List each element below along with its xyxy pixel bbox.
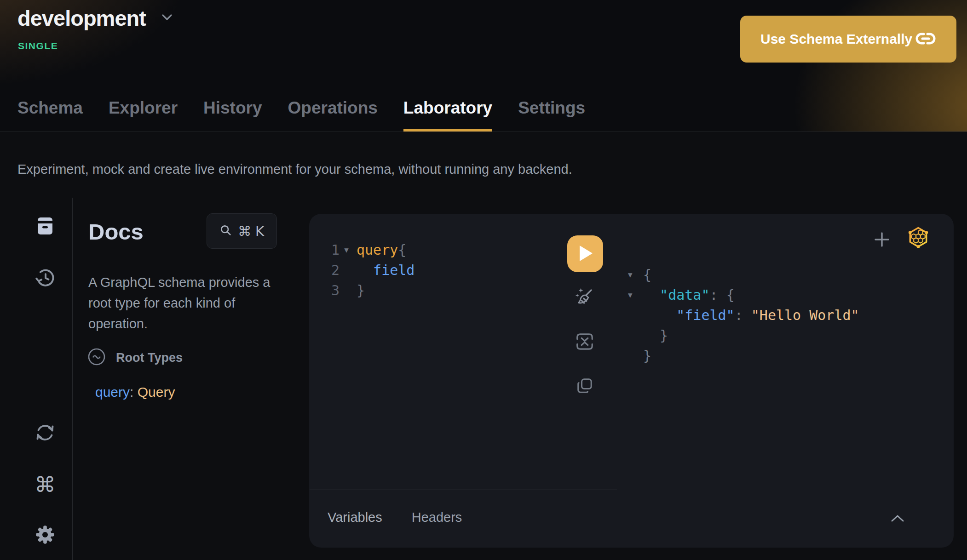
fold-arrow-icon[interactable]: ▾	[340, 245, 353, 255]
query-editor-line: 2 field	[319, 260, 414, 280]
merge-fragments-button[interactable]	[573, 331, 596, 354]
collapse-tools-button[interactable]	[887, 510, 908, 528]
response-viewer: ▾ { ▾ "data": { "field": "Hello World" }…	[628, 264, 859, 366]
tab-headers[interactable]: Headers	[412, 507, 462, 528]
json-value-hello-world: "Hello World"	[751, 307, 859, 323]
root-type-separator: :	[130, 384, 138, 400]
line-number: 3	[319, 282, 340, 298]
history-icon	[35, 268, 56, 290]
hive-logo-icon	[907, 226, 930, 250]
prettify-button[interactable]	[573, 286, 596, 309]
graphiql-panel: 1 ▾ query{ 2 field 3 }	[309, 214, 954, 548]
chevron-up-icon	[890, 514, 905, 525]
use-schema-externally-label: Use Schema Externally	[760, 31, 912, 47]
json-key-field: "field"	[643, 307, 735, 323]
root-field-name: query	[95, 384, 130, 400]
query-editor-line: 1 ▾ query{	[319, 240, 414, 260]
search-shortcut-label: ⌘ K	[238, 223, 264, 239]
search-icon	[219, 224, 232, 239]
merge-fragments-icon	[574, 331, 595, 354]
add-tab-button[interactable]	[871, 229, 892, 251]
fold-arrow-icon[interactable]: ▾	[628, 290, 639, 300]
tab-laboratory[interactable]: Laboratory	[403, 98, 492, 131]
refresh-icon	[35, 422, 56, 445]
line-number: 1	[319, 242, 340, 258]
response-line: }	[628, 345, 859, 366]
fold-arrow-icon[interactable]: ▾	[628, 269, 639, 280]
response-line: ▾ {	[628, 264, 859, 285]
field-token: field	[357, 262, 414, 278]
copy-icon	[575, 376, 595, 397]
root-types-label: Root Types	[116, 351, 183, 365]
close-brace: }	[357, 282, 365, 298]
docs-panel-title: Docs	[88, 219, 144, 245]
execute-query-button[interactable]	[567, 235, 603, 272]
root-types-section: Root Types	[87, 348, 183, 368]
play-icon	[577, 246, 593, 263]
response-line: "field": "Hello World"	[628, 305, 859, 325]
root-types-icon	[87, 348, 106, 368]
sidebar-item-history[interactable]	[33, 267, 57, 291]
tab-settings[interactable]: Settings	[518, 98, 585, 131]
sidebar-item-docs[interactable]	[33, 214, 57, 238]
prettify-icon	[574, 286, 596, 309]
editor-tools-divider	[310, 490, 617, 490]
open-brace: {	[398, 242, 406, 258]
target-mode-badge: SINGLE	[18, 40, 58, 51]
sidebar-item-refetch-schema[interactable]	[33, 421, 57, 445]
json-key-data: "data"	[643, 287, 710, 303]
tab-history[interactable]: History	[203, 98, 262, 131]
query-editor[interactable]: 1 ▾ query{ 2 field 3 }	[319, 240, 414, 300]
hive-logo-button[interactable]	[906, 226, 930, 250]
tab-explorer[interactable]: Explorer	[109, 98, 178, 131]
laboratory-page: development SINGLE Use Schema Externally…	[0, 0, 967, 560]
response-line: ▾ "data": {	[628, 285, 859, 305]
chevron-down-icon	[161, 14, 173, 23]
sidebar-item-settings[interactable]	[33, 523, 57, 547]
copy-query-button[interactable]	[573, 375, 596, 398]
header: development SINGLE Use Schema Externally…	[0, 0, 967, 132]
tab-schema[interactable]: Schema	[17, 98, 83, 131]
page-subtitle: Experiment, mock and create live environ…	[17, 162, 572, 177]
response-line: }	[628, 325, 859, 345]
line-number: 2	[319, 262, 340, 278]
root-type-link[interactable]: Query	[138, 384, 175, 400]
main-tabs: Schema Explorer History Operations Labor…	[17, 98, 585, 131]
sidebar-item-keyboard-shortcuts[interactable]: ⌘	[33, 473, 57, 497]
gear-icon	[34, 524, 56, 547]
use-schema-externally-button[interactable]: Use Schema Externally	[740, 16, 956, 63]
docs-book-icon	[35, 215, 56, 238]
editor-tools-tabs: Variables Headers	[328, 507, 462, 528]
link-icon	[915, 32, 936, 47]
command-icon: ⌘	[35, 474, 56, 495]
docs-search-button[interactable]: ⌘ K	[207, 213, 277, 249]
target-selector[interactable]: development	[17, 6, 173, 31]
tab-operations[interactable]: Operations	[288, 98, 378, 131]
query-keyword: query	[357, 242, 398, 258]
query-editor-line: 3 }	[319, 280, 414, 300]
schema-description: A GraphQL schema provides a root type fo…	[88, 272, 284, 334]
plus-icon	[873, 230, 891, 250]
page-title: development	[17, 6, 146, 31]
sidebar-divider	[72, 198, 73, 560]
root-type-query-row[interactable]: query: Query	[95, 384, 175, 400]
tab-variables[interactable]: Variables	[328, 507, 382, 528]
